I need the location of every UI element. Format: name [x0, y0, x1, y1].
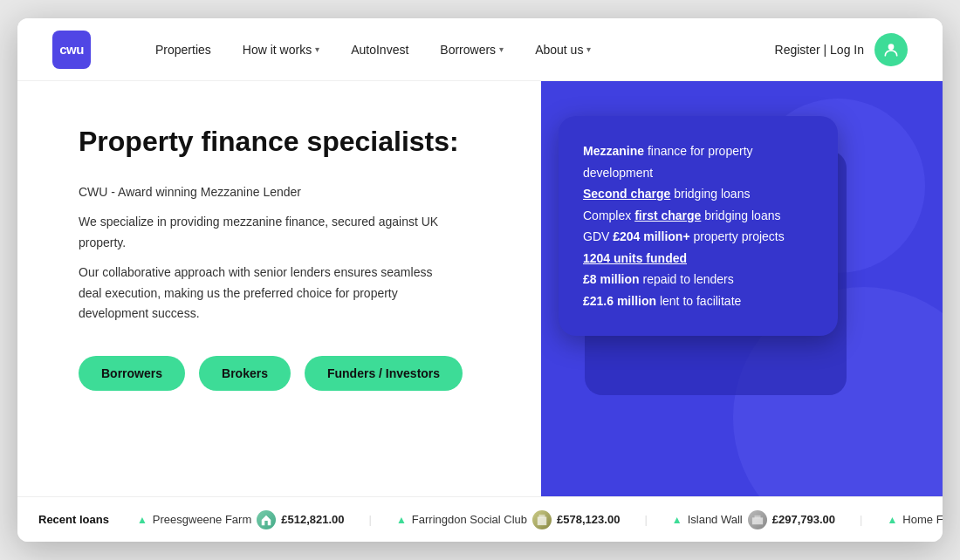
hero-title: Property finance specialists:	[79, 125, 497, 158]
loan-name-3: Island Wall	[688, 513, 743, 526]
funders-investors-button[interactable]: Funders / Investors	[305, 356, 463, 391]
loan-arrow-4: ▲	[887, 514, 897, 526]
second-charge-underline: Second charge	[583, 187, 670, 201]
borrowers-chevron-icon: ▾	[499, 44, 504, 54]
info-line-4: GDV £204 million+ property projects	[583, 226, 813, 248]
info-line-1: Mezzanine finance for property developme…	[583, 140, 813, 183]
loan-name-4: Home Farm Cottage	[902, 513, 943, 526]
bottom-bar: Recent loans ▲ Preesgweene Farm £512,821…	[17, 496, 943, 542]
main-content: Property finance specialists: CWU - Awar…	[17, 81, 943, 496]
hero-buttons: Borrowers Brokers Funders / Investors	[79, 356, 497, 391]
repaid-amount: £8 million	[583, 272, 640, 286]
loan-img-2	[532, 510, 552, 529]
loan-item-4: ▲ Home Farm Cottage	[887, 513, 943, 526]
info-line-3: Complex first charge bridging loans	[583, 205, 813, 227]
loan-arrow-1: ▲	[137, 514, 147, 526]
loan-item-1: ▲ Preesgweene Farm £512,821.00	[137, 510, 345, 529]
nav-about-us[interactable]: About us ▾	[523, 36, 603, 64]
loan-img-1	[257, 510, 276, 529]
loan-item-3: ▲ Island Wall £297,793.00	[672, 510, 835, 529]
nav-borrowers[interactable]: Borrowers ▾	[428, 36, 516, 64]
logo-icon: cwu	[52, 31, 91, 69]
loan-arrow-3: ▲	[672, 514, 682, 526]
user-icon	[882, 41, 900, 58]
recent-loans-label: Recent loans	[38, 513, 109, 526]
register-login-link[interactable]: Register | Log In	[775, 43, 864, 57]
svg-rect-2	[539, 514, 545, 517]
navbar: cwu Properties How it works ▾ AutoInvest…	[17, 18, 943, 81]
borrowers-button[interactable]: Borrowers	[79, 356, 185, 391]
mezzanine-bold: Mezzanine	[583, 144, 644, 158]
hero-description: CWU - Award winning Mezzanine Lender We …	[79, 182, 445, 324]
loan-item-2: ▲ Farringdon Social Club £578,123.00	[396, 510, 620, 529]
brokers-button[interactable]: Brokers	[199, 356, 291, 391]
hero-text-block: Property finance specialists: CWU - Awar…	[79, 125, 497, 391]
loan-amount-1: £512,821.00	[281, 513, 344, 526]
first-charge-underline: first charge	[634, 208, 701, 222]
svg-rect-4	[754, 515, 760, 518]
nav-how-it-works[interactable]: How it works ▾	[230, 36, 332, 64]
loan-amount-2: £578,123.00	[557, 513, 620, 526]
lent-amount: £21.6 million	[583, 294, 656, 308]
svg-rect-1	[538, 516, 547, 525]
info-line-7: £21.6 million lent to facilitate	[583, 290, 813, 312]
right-panel: Mezzanine finance for property developme…	[541, 81, 943, 496]
units-funded: 1204 units funded	[583, 251, 687, 265]
info-line-6: £8 million repaid to lenders	[583, 269, 813, 290]
loan-img-3	[748, 510, 767, 529]
logo[interactable]: cwu	[52, 31, 91, 69]
nav-autoinvest[interactable]: AutoInvest	[339, 36, 421, 64]
how-it-works-chevron-icon: ▾	[315, 44, 319, 54]
loan-arrow-2: ▲	[396, 514, 407, 526]
loan-amount-3: £297,793.00	[772, 513, 835, 526]
loan-name-1: Preesgweene Farm	[153, 513, 251, 526]
info-line-5: 1204 units funded	[583, 248, 813, 270]
left-panel: Property finance specialists: CWU - Awar…	[17, 81, 541, 496]
nav-properties[interactable]: Properties	[143, 36, 223, 64]
about-us-chevron-icon: ▾	[586, 44, 591, 54]
user-avatar[interactable]	[874, 33, 908, 66]
nav-right: Register | Log In	[775, 33, 908, 66]
loan-name-2: Farringdon Social Club	[412, 513, 527, 526]
hero-desc-line3: Our collaborative approach with senior l…	[79, 263, 445, 324]
svg-rect-3	[752, 517, 763, 524]
nav-links: Properties How it works ▾ AutoInvest Bor…	[143, 36, 775, 64]
hero-desc-line1: CWU - Award winning Mezzanine Lender	[79, 182, 445, 203]
gdv-amount: £204 million+	[613, 229, 689, 243]
hero-desc-line2: We specialize in providing mezzanine fin…	[79, 212, 445, 254]
svg-point-0	[888, 44, 895, 50]
info-card: Mezzanine finance for property developme…	[559, 116, 838, 336]
info-line-2: Second charge bridging loans	[583, 183, 813, 205]
